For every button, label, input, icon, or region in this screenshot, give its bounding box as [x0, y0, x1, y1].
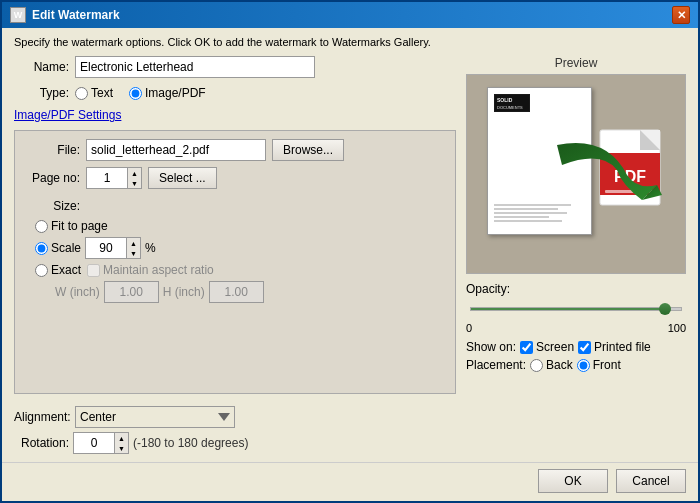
- fit-radio[interactable]: [35, 220, 48, 233]
- type-image-label: Image/PDF: [145, 86, 206, 100]
- browse-button[interactable]: Browse...: [272, 139, 344, 161]
- preview-logo: SOLID DOCUMENTS: [494, 94, 530, 112]
- pageno-down-button[interactable]: ▼: [127, 178, 141, 188]
- rotation-down-button[interactable]: ▼: [114, 443, 128, 453]
- exact-radio[interactable]: [35, 264, 48, 277]
- svg-text:SOLID: SOLID: [497, 97, 513, 103]
- type-text-radio-label[interactable]: Text: [75, 86, 113, 100]
- select-button[interactable]: Select ...: [148, 167, 217, 189]
- type-image-radio-label[interactable]: Image/PDF: [129, 86, 206, 100]
- file-row: File: Browse...: [25, 139, 445, 161]
- size-label-row: Size:: [25, 199, 445, 213]
- exact-row: Exact Maintain aspect ratio: [25, 263, 445, 277]
- h-input[interactable]: [209, 281, 264, 303]
- scale-up-button[interactable]: ▲: [126, 238, 140, 248]
- printed-checkbox-label[interactable]: Printed file: [578, 340, 651, 354]
- screen-checkbox-label[interactable]: Screen: [520, 340, 574, 354]
- opacity-section: Opacity: 0 100: [466, 282, 686, 334]
- type-image-radio[interactable]: [129, 87, 142, 100]
- dialog-subtitle: Specify the watermark options. Click OK …: [14, 36, 686, 48]
- size-label: Size:: [25, 199, 80, 213]
- dialog-icon: W: [10, 7, 26, 23]
- opacity-label: Opacity:: [466, 282, 686, 296]
- rotation-row: Rotation: ▲ ▼ (-180 to 180 degrees): [14, 432, 456, 454]
- arrow-container: [547, 135, 667, 215]
- slider-labels: 0 100: [466, 322, 686, 334]
- scale-down-button[interactable]: ▼: [126, 248, 140, 258]
- logo-box: SOLID DOCUMENTS: [494, 94, 530, 112]
- type-row: Type: Text Image/PDF: [14, 86, 456, 100]
- preview-label: Preview: [466, 56, 686, 70]
- pageno-label: Page no:: [25, 171, 80, 185]
- back-radio[interactable]: [530, 359, 543, 372]
- type-text-radio[interactable]: [75, 87, 88, 100]
- back-label: Back: [546, 358, 573, 372]
- type-text-label: Text: [91, 86, 113, 100]
- screen-label: Screen: [536, 340, 574, 354]
- show-on-label: Show on:: [466, 340, 516, 354]
- opacity-max: 100: [668, 322, 686, 334]
- placement-label: Placement:: [466, 358, 526, 372]
- fit-label: Fit to page: [51, 219, 108, 233]
- file-input[interactable]: [86, 139, 266, 161]
- scale-label: Scale: [51, 241, 81, 255]
- bottom-section: Alignment: Left Center Right Rotation:: [14, 406, 456, 454]
- fit-radio-label[interactable]: Fit to page: [35, 219, 108, 233]
- opacity-min: 0: [466, 322, 472, 334]
- exact-label: Exact: [51, 263, 81, 277]
- content-area: Name: Type: Text Image/PDF: [14, 56, 686, 454]
- pageno-up-button[interactable]: ▲: [127, 168, 141, 178]
- rotation-label: Rotation:: [14, 436, 69, 450]
- scale-spinner: ▲ ▼: [85, 237, 141, 259]
- rotation-up-button[interactable]: ▲: [114, 433, 128, 443]
- scale-pct: %: [145, 241, 156, 255]
- left-panel: Name: Type: Text Image/PDF: [14, 56, 456, 454]
- size-section: Size: Fit to page: [25, 199, 445, 303]
- screen-checkbox[interactable]: [520, 341, 533, 354]
- alignment-label: Alignment:: [14, 410, 69, 424]
- ok-button[interactable]: OK: [538, 469, 608, 493]
- scale-input[interactable]: [86, 238, 126, 258]
- cancel-button[interactable]: Cancel: [616, 469, 686, 493]
- printed-label: Printed file: [594, 340, 651, 354]
- pageno-input[interactable]: [87, 168, 127, 188]
- maintain-aspect-text: Maintain aspect ratio: [103, 263, 214, 277]
- dialog-body: Specify the watermark options. Click OK …: [2, 28, 698, 462]
- title-bar: W Edit Watermark ✕: [2, 2, 698, 28]
- front-radio[interactable]: [577, 359, 590, 372]
- front-radio-label[interactable]: Front: [577, 358, 621, 372]
- maintain-aspect-label[interactable]: Maintain aspect ratio: [87, 263, 214, 277]
- close-button[interactable]: ✕: [672, 6, 690, 24]
- type-radio-group: Text Image/PDF: [75, 86, 206, 100]
- show-on-section: Show on: Screen Printed file: [466, 340, 686, 354]
- file-label: File:: [25, 143, 80, 157]
- name-input[interactable]: [75, 56, 315, 78]
- maintain-aspect-checkbox[interactable]: [87, 264, 100, 277]
- name-label: Name:: [14, 60, 69, 74]
- preview-box: SOLID DOCUMENTS: [466, 74, 686, 274]
- right-panel: Preview SOLID DOCUMENTS: [466, 56, 686, 454]
- opacity-slider[interactable]: [470, 307, 682, 311]
- exact-radio-label[interactable]: Exact: [35, 263, 81, 277]
- scale-radio-label[interactable]: Scale: [35, 241, 81, 255]
- placement-section: Placement: Back Front: [466, 358, 686, 372]
- type-label: Type:: [14, 86, 69, 100]
- w-input[interactable]: [104, 281, 159, 303]
- rotation-hint: (-180 to 180 degrees): [133, 436, 248, 450]
- printed-checkbox[interactable]: [578, 341, 591, 354]
- dialog-footer: OK Cancel: [2, 462, 698, 501]
- back-radio-label[interactable]: Back: [530, 358, 573, 372]
- alignment-row: Alignment: Left Center Right: [14, 406, 456, 428]
- rotation-input[interactable]: [74, 433, 114, 453]
- opacity-slider-container: [470, 300, 682, 320]
- scale-row: Scale ▲ ▼ %: [25, 237, 445, 259]
- scale-radio[interactable]: [35, 242, 48, 255]
- image-settings-link[interactable]: Image/PDF Settings: [14, 108, 456, 122]
- pageno-row: Page no: ▲ ▼ Select ...: [25, 167, 445, 189]
- wh-row: W (inch) H (inch): [25, 281, 445, 303]
- dialog-title: Edit Watermark: [32, 8, 120, 22]
- svg-text:DOCUMENTS: DOCUMENTS: [497, 105, 523, 110]
- front-label: Front: [593, 358, 621, 372]
- alignment-select[interactable]: Left Center Right: [75, 406, 235, 428]
- settings-box: File: Browse... Page no: ▲ ▼: [14, 130, 456, 394]
